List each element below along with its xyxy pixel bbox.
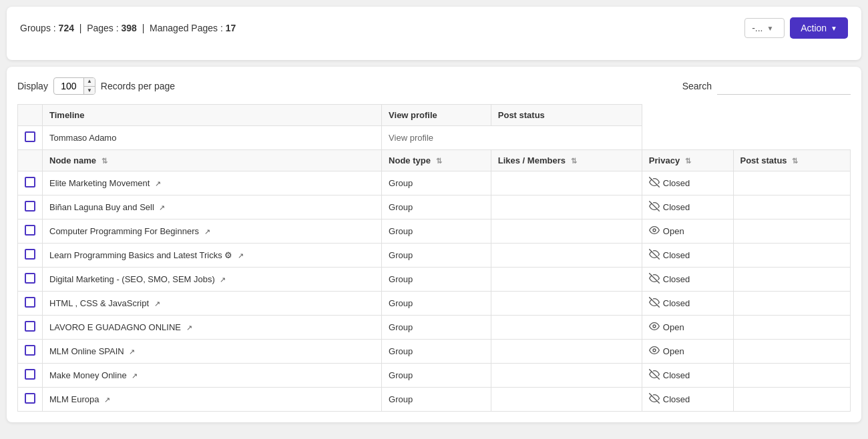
spinner-down-button[interactable]: ▼ (84, 87, 95, 95)
records-spinner[interactable]: ▲ ▼ (53, 77, 95, 95)
row-checkbox[interactable] (25, 321, 35, 332)
privacy-text: Closed (663, 394, 690, 404)
row-node-type: Group (382, 220, 491, 244)
search-label: Search (682, 81, 712, 91)
external-link-icon[interactable]: ↗ (186, 324, 192, 332)
row-node-name: Elite Marketing Movement ↗ (43, 171, 382, 195)
row-privacy: Closed (642, 292, 733, 316)
col-likes-label: Likes / Members (498, 155, 566, 165)
external-link-icon[interactable]: ↗ (132, 372, 138, 380)
row-checkbox-cell (18, 292, 43, 316)
privacy-text: Closed (663, 298, 690, 308)
row-post-status (733, 220, 851, 244)
external-link-icon[interactable]: ↗ (104, 396, 110, 404)
external-link-icon[interactable]: ↗ (238, 252, 244, 260)
row-checkbox[interactable] (25, 273, 35, 284)
row-privacy: Closed (642, 268, 733, 292)
row-checkbox[interactable] (25, 297, 35, 308)
external-link-icon[interactable]: ↗ (154, 300, 160, 308)
row-checkbox[interactable] (25, 249, 35, 260)
col-post-status-label: Post status (740, 155, 787, 165)
row-likes-members (491, 388, 642, 412)
spinner-buttons: ▲ ▼ (83, 77, 95, 95)
closed-eye-icon (649, 177, 660, 189)
row-post-status (733, 171, 851, 195)
row-node-name: HTML , CSS & JavaScript ↗ (43, 292, 382, 316)
col-checkbox-header (18, 150, 43, 171)
selector-dropdown[interactable]: -... ▼ (744, 18, 785, 38)
row-checkbox-cell (18, 340, 43, 364)
table-row: Digital Marketing - (SEO, SMO, SEM Jobs)… (18, 268, 851, 292)
external-link-icon[interactable]: ↗ (220, 276, 226, 284)
user-checkbox[interactable] (25, 131, 35, 142)
row-post-status (733, 364, 851, 388)
table-row: MLM Online SPAIN ↗Group Open (18, 340, 851, 364)
row-post-status (733, 268, 851, 292)
row-node-name: Biñan Laguna Buy and Sell ↗ (43, 195, 382, 220)
external-link-icon[interactable]: ↗ (204, 228, 210, 236)
col-likes-members[interactable]: Likes / Members ⇅ (491, 150, 642, 171)
row-node-name: Computer Programming For Beginners ↗ (43, 220, 382, 244)
col-node-type[interactable]: Node type ⇅ (382, 150, 491, 171)
privacy-text: Open (663, 346, 684, 356)
search-input[interactable] (717, 78, 851, 95)
row-checkbox-cell (18, 220, 43, 244)
row-checkbox[interactable] (25, 225, 35, 236)
header-checkbox-cell (18, 105, 43, 126)
row-node-type: Group (382, 244, 491, 268)
external-link-icon[interactable]: ↗ (159, 203, 165, 212)
controls-bar: Display ▲ ▼ Records per page Search (17, 77, 851, 95)
display-label: Display (17, 81, 48, 91)
row-checkbox[interactable] (25, 345, 35, 356)
external-link-icon[interactable]: ↗ (129, 348, 135, 356)
pages-label: Pages (87, 23, 114, 33)
table-row: LAVORO E GUADAGNO ONLINE ↗Group Open (18, 316, 851, 340)
row-checkbox-cell (18, 195, 43, 220)
top-bar: Groups : 724 | Pages : 398 | Managed Pag… (20, 17, 848, 39)
row-post-status (733, 388, 851, 412)
col-post-status[interactable]: Post status ⇅ (733, 150, 851, 171)
row-node-type: Group (382, 388, 491, 412)
row-post-status (733, 195, 851, 220)
user-row: Tommaso Adamo View profile (18, 126, 851, 150)
row-privacy: Closed (642, 388, 733, 412)
header-view-profile: View profile (382, 105, 491, 126)
row-node-type: Group (382, 292, 491, 316)
col-post-status-sort-icon: ⇅ (792, 157, 798, 165)
col-node-name[interactable]: Node name ⇅ (43, 150, 382, 171)
row-node-type: Group (382, 195, 491, 220)
action-button[interactable]: Action ▼ (790, 17, 848, 39)
header-row-1: Timeline View profile Post status (18, 105, 851, 126)
row-node-type: Group (382, 268, 491, 292)
row-checkbox-cell (18, 388, 43, 412)
row-checkbox[interactable] (25, 201, 35, 211)
row-privacy: Open (642, 316, 733, 340)
row-likes-members (491, 316, 642, 340)
row-checkbox[interactable] (25, 393, 35, 404)
search-bar: Search (682, 78, 851, 95)
spinner-up-button[interactable]: ▲ (84, 77, 95, 87)
user-view-profile-cell: View profile (382, 126, 642, 150)
row-privacy: Closed (642, 171, 733, 195)
closed-eye-icon (649, 393, 660, 406)
row-node-type: Group (382, 340, 491, 364)
records-input[interactable] (54, 81, 83, 91)
row-likes-members (491, 292, 642, 316)
col-privacy[interactable]: Privacy ⇅ (642, 150, 733, 171)
row-likes-members (491, 171, 642, 195)
groups-count: 724 (59, 23, 74, 33)
row-post-status (733, 244, 851, 268)
row-likes-members (491, 195, 642, 220)
data-table: Timeline View profile Post status Tommas… (17, 104, 851, 412)
row-node-name: Digital Marketing - (SEO, SMO, SEM Jobs)… (43, 268, 382, 292)
table-row: HTML , CSS & JavaScript ↗Group Closed (18, 292, 851, 316)
table-row: Learn Programming Basics and Latest Tric… (18, 244, 851, 268)
open-eye-icon (649, 225, 660, 238)
row-checkbox-cell (18, 316, 43, 340)
row-privacy: Open (642, 340, 733, 364)
external-link-icon[interactable]: ↗ (155, 179, 161, 188)
row-checkbox[interactable] (25, 177, 35, 187)
row-node-name: Learn Programming Basics and Latest Tric… (43, 244, 382, 268)
row-checkbox[interactable] (25, 369, 35, 380)
col-privacy-label: Privacy (649, 155, 680, 165)
